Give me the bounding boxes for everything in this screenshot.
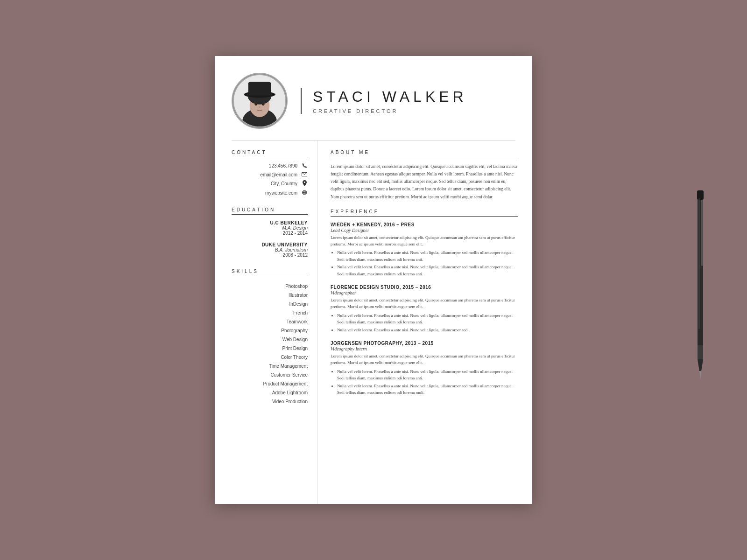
website-icon [301,190,308,196]
page-wrapper: STACI WALKER CREATIVE DIRECTOR CONTACT 1… [0,0,747,560]
exp-desc-1: Lorem ipsum dolor sit amet, consectetur … [331,234,518,248]
skills-section: SKILLS Photoshop Illustrator InDesign Fr… [232,269,308,406]
about-text: Lorem ipsum dolor sit amet, consectetur … [331,163,518,201]
education-section-title: EDUCATION [232,207,308,215]
pen-decoration [691,187,710,373]
experience-section-title: EXPERIENCE [331,209,518,217]
contact-section: CONTACT 123.456.7890 email@email.com [232,150,308,196]
exp-bullets-2: Nulla vel velit lorem. Phasellus a ante … [331,312,518,333]
exp-bullet-1-1: Nulla vel velit lorem. Phasellus a ante … [337,249,518,263]
skill-customer-service: Customer Service [232,371,308,379]
skill-video-production: Video Production [232,397,308,406]
candidate-title: CREATIVE DIRECTOR [313,108,515,114]
exp-bullet-1-2: Nulla vel velit lorem. Phasellus a ante … [337,264,518,277]
resume-document: STACI WALKER CREATIVE DIRECTOR CONTACT 1… [215,56,532,504]
candidate-name: STACI WALKER [313,88,515,105]
exp-company-2: FLORENCE DESIGN STUDIO, 2015 – 2016 [331,285,518,290]
contact-website-text: mywebsite.com [265,190,297,196]
exp-role-2: Videographer [331,290,518,295]
contact-email: email@email.com [232,172,308,177]
location-icon [301,180,308,187]
edu-entry-1: U.C BERKELEY M.A. Design 2012 - 2014 [232,220,308,236]
contact-email-text: email@email.com [260,172,297,177]
skill-product-management: Product Management [232,379,308,388]
svg-point-10 [259,106,261,108]
svg-marker-21 [698,359,703,371]
edu-years-1: 2012 - 2014 [232,231,308,236]
svg-rect-7 [248,82,271,95]
contact-phone-text: 123.456.7890 [269,163,297,168]
svg-rect-20 [698,345,703,359]
skill-adobe-lightroom: Adobe Lightroom [232,388,308,397]
exp-entry-3: JORGENSEN PHOTOGRAPHY, 2013 – 2015 Video… [331,341,518,396]
skill-illustrator: Illustrator [232,291,308,300]
email-icon [301,172,308,177]
header-info: STACI WALKER CREATIVE DIRECTOR [301,88,515,114]
svg-marker-22 [699,371,701,380]
edu-years-2: 2008 - 2012 [232,252,308,258]
exp-company-1: WIEDEN + KENNEDY, 2016 – PRES [331,222,518,227]
skill-photography: Photography [232,326,308,335]
skill-print-design: Print Design [232,344,308,353]
exp-bullet-3-2: Nulla vel velit lorem. Phasellus a ante … [337,383,518,396]
exp-desc-3: Lorem ipsum dolor sit amet, consectetur … [331,353,518,366]
exp-desc-2: Lorem ipsum dolor sit amet, consectetur … [331,297,518,310]
svg-rect-18 [701,191,703,266]
exp-bullets-1: Nulla vel velit lorem. Phasellus a ante … [331,249,518,277]
edu-school-2: DUKE UNIVERSITY [232,242,308,247]
edu-degree-1: M.A. Design [232,225,308,231]
exp-bullet-2-1: Nulla vel velit lorem. Phasellus a ante … [337,312,518,326]
phone-icon [301,163,308,169]
skill-time-management: Time Management [232,362,308,371]
contact-location: City, Country [232,180,308,187]
edu-school-1: U.C BERKELEY [232,220,308,225]
skill-web-design: Web Design [232,335,308,344]
exp-entry-2: FLORENCE DESIGN STUDIO, 2015 – 2016 Vide… [331,285,518,333]
edu-entry-2: DUKE UNIVERSITY B.A. Journalism 2008 - 2… [232,242,308,258]
skill-color-theory: Color Theory [232,353,308,362]
svg-point-9 [262,103,265,105]
right-column: ABOUT ME Lorem ipsum dolor sit amet, con… [317,140,532,504]
exp-company-3: JORGENSEN PHOTOGRAPHY, 2013 – 2015 [331,341,518,346]
exp-bullet-3-1: Nulla vel velit lorem. Phasellus a ante … [337,368,518,382]
resume-body: CONTACT 123.456.7890 email@email.com [215,140,532,504]
exp-role-1: Lead Copy Designer [331,228,518,233]
contact-section-title: CONTACT [232,150,308,157]
skills-section-title: SKILLS [232,269,308,276]
about-section: ABOUT ME Lorem ipsum dolor sit amet, con… [331,150,518,201]
avatar [232,73,288,129]
resume-header: STACI WALKER CREATIVE DIRECTOR [215,56,532,140]
skill-french: French [232,308,308,317]
about-section-title: ABOUT ME [331,150,518,157]
left-column: CONTACT 123.456.7890 email@email.com [215,140,317,504]
experience-section: EXPERIENCE WIEDEN + KENNEDY, 2016 – PRES… [331,209,518,396]
svg-rect-19 [697,190,704,200]
exp-bullet-2-2: Nulla vel velit lorem. Phasellus a ante … [337,327,518,333]
exp-bullets-3: Nulla vel velit lorem. Phasellus a ante … [331,368,518,396]
exp-entry-1: WIEDEN + KENNEDY, 2016 – PRES Lead Copy … [331,222,518,277]
exp-role-3: Videography Intern [331,346,518,351]
contact-location-text: City, Country [271,181,297,186]
contact-website: mywebsite.com [232,190,308,196]
svg-point-8 [254,103,257,105]
skill-indesign: InDesign [232,300,308,308]
skill-photoshop: Photoshop [232,282,308,291]
contact-phone: 123.456.7890 [232,163,308,169]
skill-teamwork: Teamwork [232,317,308,326]
edu-degree-2: B.A. Journalism [232,247,308,252]
education-section: EDUCATION U.C BERKELEY M.A. Design 2012 … [232,207,308,258]
svg-rect-23 [698,198,700,329]
